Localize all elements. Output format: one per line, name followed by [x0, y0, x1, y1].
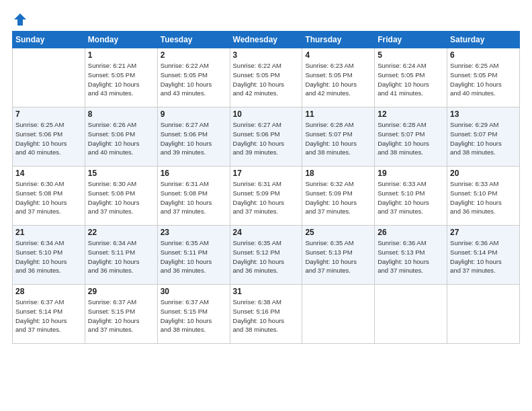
header-row: SundayMondayTuesdayWednesdayThursdayFrid… [13, 32, 520, 48]
calendar-cell: 18Sunrise: 6:32 AM Sunset: 5:09 PM Dayli… [302, 167, 375, 226]
header-cell-friday: Friday [375, 32, 447, 48]
day-info: Sunrise: 6:30 AM Sunset: 5:08 PM Dayligh… [15, 179, 82, 216]
calendar-cell: 30Sunrise: 6:37 AM Sunset: 5:15 PM Dayli… [157, 285, 230, 344]
day-number: 28 [15, 287, 82, 296]
header-cell-monday: Monday [85, 32, 157, 48]
calendar-cell: 20Sunrise: 6:33 AM Sunset: 5:10 PM Dayli… [447, 167, 520, 226]
day-number: 24 [233, 228, 300, 237]
calendar-cell: 8Sunrise: 6:26 AM Sunset: 5:06 PM Daylig… [85, 107, 157, 167]
day-number: 26 [378, 228, 444, 237]
calendar-cell: 6Sunrise: 6:25 AM Sunset: 5:05 PM Daylig… [447, 48, 520, 107]
day-info: Sunrise: 6:36 AM Sunset: 5:13 PM Dayligh… [378, 238, 444, 275]
calendar-cell: 4Sunrise: 6:23 AM Sunset: 5:05 PM Daylig… [302, 48, 375, 107]
day-number: 23 [161, 228, 227, 237]
day-number: 29 [88, 287, 154, 296]
svg-marker-0 [14, 13, 26, 26]
week-row-5: 28Sunrise: 6:37 AM Sunset: 5:14 PM Dayli… [13, 285, 520, 344]
day-number: 12 [378, 109, 444, 119]
day-info: Sunrise: 6:35 AM Sunset: 5:13 PM Dayligh… [305, 238, 371, 275]
day-number: 1 [88, 50, 154, 60]
day-number: 7 [15, 109, 82, 119]
day-info: Sunrise: 6:37 AM Sunset: 5:14 PM Dayligh… [15, 298, 82, 334]
calendar-cell: 31Sunrise: 6:38 AM Sunset: 5:16 PM Dayli… [230, 285, 302, 344]
calendar-cell: 24Sunrise: 6:35 AM Sunset: 5:12 PM Dayli… [230, 226, 302, 285]
day-info: Sunrise: 6:35 AM Sunset: 5:11 PM Dayligh… [161, 238, 227, 275]
calendar-cell: 7Sunrise: 6:25 AM Sunset: 5:06 PM Daylig… [13, 107, 85, 167]
header-cell-thursday: Thursday [302, 32, 375, 48]
day-number: 31 [233, 287, 300, 296]
day-number: 8 [88, 109, 154, 119]
logo [12, 12, 28, 24]
day-info: Sunrise: 6:31 AM Sunset: 5:09 PM Dayligh… [233, 179, 300, 216]
day-info: Sunrise: 6:22 AM Sunset: 5:05 PM Dayligh… [161, 61, 227, 98]
calendar-cell: 1Sunrise: 6:21 AM Sunset: 5:05 PM Daylig… [85, 48, 157, 107]
calendar-cell: 19Sunrise: 6:33 AM Sunset: 5:10 PM Dayli… [375, 167, 447, 226]
day-info: Sunrise: 6:22 AM Sunset: 5:05 PM Dayligh… [233, 61, 300, 98]
calendar-cell: 22Sunrise: 6:34 AM Sunset: 5:11 PM Dayli… [85, 226, 157, 285]
calendar-cell: 5Sunrise: 6:24 AM Sunset: 5:05 PM Daylig… [375, 48, 447, 107]
header-cell-wednesday: Wednesday [230, 32, 302, 48]
calendar-cell [447, 285, 520, 344]
day-number: 21 [15, 228, 82, 237]
header [12, 12, 520, 24]
calendar-cell: 27Sunrise: 6:36 AM Sunset: 5:14 PM Dayli… [447, 226, 520, 285]
day-info: Sunrise: 6:35 AM Sunset: 5:12 PM Dayligh… [233, 238, 300, 275]
day-info: Sunrise: 6:28 AM Sunset: 5:07 PM Dayligh… [305, 120, 371, 157]
day-info: Sunrise: 6:37 AM Sunset: 5:15 PM Dayligh… [88, 298, 154, 334]
calendar-cell: 9Sunrise: 6:27 AM Sunset: 5:06 PM Daylig… [157, 107, 230, 167]
day-info: Sunrise: 6:29 AM Sunset: 5:07 PM Dayligh… [450, 120, 517, 157]
calendar-cell: 26Sunrise: 6:36 AM Sunset: 5:13 PM Dayli… [375, 226, 447, 285]
day-info: Sunrise: 6:36 AM Sunset: 5:14 PM Dayligh… [450, 238, 517, 275]
day-number: 15 [88, 169, 154, 178]
day-number: 2 [161, 50, 227, 60]
header-cell-sunday: Sunday [13, 32, 85, 48]
header-cell-saturday: Saturday [447, 32, 520, 48]
day-number: 5 [378, 50, 444, 60]
calendar-cell: 29Sunrise: 6:37 AM Sunset: 5:15 PM Dayli… [85, 285, 157, 344]
day-number: 30 [161, 287, 227, 296]
day-number: 13 [450, 109, 517, 119]
calendar-cell: 10Sunrise: 6:27 AM Sunset: 5:06 PM Dayli… [230, 107, 302, 167]
day-info: Sunrise: 6:28 AM Sunset: 5:07 PM Dayligh… [378, 120, 444, 157]
day-info: Sunrise: 6:27 AM Sunset: 5:06 PM Dayligh… [161, 120, 227, 157]
calendar-cell: 28Sunrise: 6:37 AM Sunset: 5:14 PM Dayli… [13, 285, 85, 344]
week-row-1: 1Sunrise: 6:21 AM Sunset: 5:05 PM Daylig… [13, 48, 520, 107]
day-info: Sunrise: 6:33 AM Sunset: 5:10 PM Dayligh… [378, 179, 444, 216]
day-info: Sunrise: 6:37 AM Sunset: 5:15 PM Dayligh… [161, 298, 227, 334]
calendar-cell: 21Sunrise: 6:34 AM Sunset: 5:10 PM Dayli… [13, 226, 85, 285]
day-number: 20 [450, 169, 517, 178]
day-info: Sunrise: 6:27 AM Sunset: 5:06 PM Dayligh… [233, 120, 300, 157]
day-number: 22 [88, 228, 154, 237]
week-row-4: 21Sunrise: 6:34 AM Sunset: 5:10 PM Dayli… [13, 226, 520, 285]
day-number: 6 [450, 50, 517, 60]
day-number: 17 [233, 169, 300, 178]
calendar-cell: 13Sunrise: 6:29 AM Sunset: 5:07 PM Dayli… [447, 107, 520, 167]
calendar-cell: 16Sunrise: 6:31 AM Sunset: 5:08 PM Dayli… [157, 167, 230, 226]
week-row-3: 14Sunrise: 6:30 AM Sunset: 5:08 PM Dayli… [13, 167, 520, 226]
calendar-cell [302, 285, 375, 344]
day-number: 4 [305, 50, 371, 60]
day-number: 3 [233, 50, 300, 60]
day-info: Sunrise: 6:24 AM Sunset: 5:05 PM Dayligh… [378, 61, 444, 98]
day-info: Sunrise: 6:25 AM Sunset: 5:06 PM Dayligh… [15, 120, 82, 157]
calendar-cell: 11Sunrise: 6:28 AM Sunset: 5:07 PM Dayli… [302, 107, 375, 167]
day-info: Sunrise: 6:34 AM Sunset: 5:11 PM Dayligh… [88, 238, 154, 275]
calendar-cell: 14Sunrise: 6:30 AM Sunset: 5:08 PM Dayli… [13, 167, 85, 226]
calendar-cell: 2Sunrise: 6:22 AM Sunset: 5:05 PM Daylig… [157, 48, 230, 107]
day-info: Sunrise: 6:34 AM Sunset: 5:10 PM Dayligh… [15, 238, 82, 275]
calendar-cell: 17Sunrise: 6:31 AM Sunset: 5:09 PM Dayli… [230, 167, 302, 226]
calendar-cell [13, 48, 85, 107]
calendar-cell: 23Sunrise: 6:35 AM Sunset: 5:11 PM Dayli… [157, 226, 230, 285]
day-info: Sunrise: 6:38 AM Sunset: 5:16 PM Dayligh… [233, 298, 300, 334]
day-number: 11 [305, 109, 371, 119]
day-number: 14 [15, 169, 82, 178]
calendar-cell [375, 285, 447, 344]
day-info: Sunrise: 6:33 AM Sunset: 5:10 PM Dayligh… [450, 179, 517, 216]
day-number: 27 [450, 228, 517, 237]
day-number: 19 [378, 169, 444, 178]
day-info: Sunrise: 6:21 AM Sunset: 5:05 PM Dayligh… [88, 61, 154, 98]
page: SundayMondayTuesdayWednesdayThursdayFrid… [0, 0, 532, 411]
calendar-cell: 15Sunrise: 6:30 AM Sunset: 5:08 PM Dayli… [85, 167, 157, 226]
week-row-2: 7Sunrise: 6:25 AM Sunset: 5:06 PM Daylig… [13, 107, 520, 167]
day-info: Sunrise: 6:32 AM Sunset: 5:09 PM Dayligh… [305, 179, 371, 216]
